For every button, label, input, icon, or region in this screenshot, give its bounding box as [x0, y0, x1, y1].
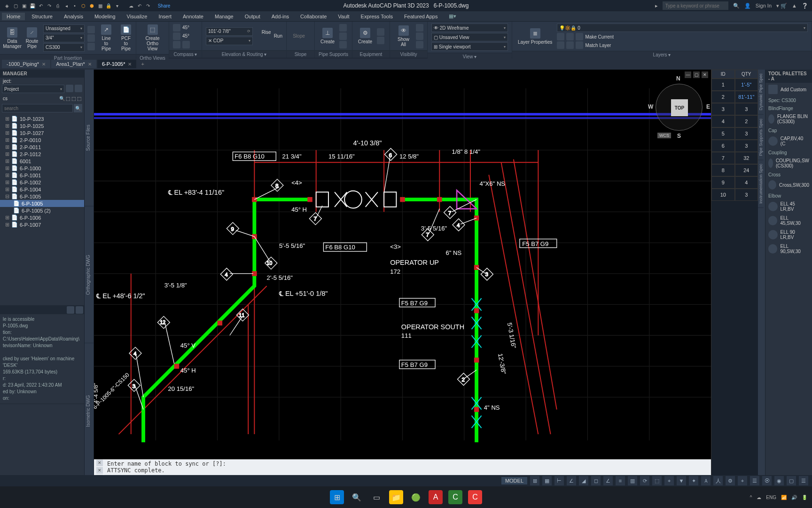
- redo-icon[interactable]: ↷: [46, 2, 53, 9]
- undo2-icon[interactable]: ↶: [136, 2, 143, 9]
- tree-node[interactable]: ⊞📄6001: [0, 158, 84, 165]
- vis-icon1[interactable]: [416, 24, 423, 32]
- tree-node[interactable]: ⊞📄2-P-0010: [0, 136, 84, 143]
- lyr-icon1[interactable]: [557, 33, 564, 40]
- explorer-icon[interactable]: 📁: [389, 490, 403, 504]
- length-field[interactable]: 101'-0 7/8"⟳: [206, 27, 253, 36]
- tree-node[interactable]: ⊞📄6-P-1000: [0, 165, 84, 172]
- redo2-icon[interactable]: ↷: [145, 2, 151, 9]
- osnap-toggle-icon[interactable]: ◻: [591, 476, 601, 485]
- save-icon[interactable]: 💾: [29, 2, 36, 9]
- tab-extra-icon[interactable]: ▦▾: [444, 12, 461, 20]
- table-row[interactable]: 94: [711, 176, 758, 189]
- table-row[interactable]: 732: [711, 152, 758, 164]
- create-ortho-button[interactable]: ⬚Create Ortho View: [140, 24, 165, 52]
- tray-wifi-icon[interactable]: 📶: [781, 495, 787, 500]
- eq-icon2[interactable]: [377, 37, 384, 44]
- lyr-icon3[interactable]: [576, 33, 583, 40]
- hide-icon[interactable]: [76, 306, 83, 314]
- undo-icon[interactable]: ↶: [38, 2, 44, 9]
- new-tab-button[interactable]: +: [137, 61, 148, 67]
- hardware-accel-icon[interactable]: ⦿: [762, 476, 772, 485]
- tab-home[interactable]: Home: [2, 13, 25, 20]
- new-icon[interactable]: ▢: [12, 2, 19, 9]
- ortho-icon[interactable]: ⬡: [80, 2, 86, 9]
- match-layer-button[interactable]: Match Layer: [585, 43, 611, 48]
- annotation-monitor-icon[interactable]: +: [738, 476, 747, 485]
- start-button[interactable]: ⊞: [330, 490, 344, 504]
- visual-style-combo[interactable]: 👁 2D Wireframe▾: [431, 24, 508, 32]
- tray-battery-icon[interactable]: 🔋: [802, 495, 807, 500]
- rise-label[interactable]: Rise: [262, 30, 271, 35]
- toggle2-icon[interactable]: [182, 41, 190, 48]
- lineweight-icon[interactable]: ≡: [616, 476, 625, 485]
- tree-node[interactable]: ⊞📄6-P-1002: [0, 179, 84, 186]
- signin-icon[interactable]: 👤: [744, 3, 751, 9]
- maximize-icon[interactable]: ▢: [693, 71, 700, 78]
- help-icon[interactable]: ❔: [802, 3, 808, 9]
- ortho-toggle-icon[interactable]: ⊢: [554, 476, 564, 485]
- otrack-icon[interactable]: ∠: [603, 476, 613, 485]
- tree-node-child[interactable]: 📄6-P-1005: [0, 200, 84, 207]
- gizmo-icon[interactable]: ✦: [689, 476, 698, 485]
- view-icon[interactable]: [67, 306, 74, 314]
- eq-icon1[interactable]: [377, 28, 384, 36]
- tray-lang[interactable]: ENG: [766, 495, 776, 500]
- isolate-icon[interactable]: ◉: [774, 476, 784, 485]
- lyr-icon4[interactable]: [557, 41, 564, 49]
- viewport-combo[interactable]: ⊞ Single viewport▾: [431, 42, 508, 51]
- tp-item[interactable]: Cross,SW,300: [765, 178, 812, 191]
- tp-item[interactable]: ELL 45,SW,30: [765, 214, 812, 228]
- toggle-icon[interactable]: [173, 41, 180, 48]
- tab-structure[interactable]: Structure: [27, 13, 57, 20]
- print-icon[interactable]: [66, 85, 73, 92]
- viewcube-n[interactable]: N: [676, 75, 680, 82]
- compass-icon2[interactable]: [173, 32, 180, 40]
- tree-node[interactable]: ⊞📄10-P-1025: [0, 122, 84, 129]
- signin-label[interactable]: Sign In: [756, 3, 772, 8]
- table-row[interactable]: 63: [711, 140, 758, 152]
- tree-node[interactable]: ⊞📄2-P-1012: [0, 151, 84, 158]
- tree-node[interactable]: ⊞📄2-P-0011: [0, 143, 84, 151]
- line-to-pipe-button[interactable]: ↗Line to Pipe: [98, 24, 115, 52]
- tab-annotate[interactable]: Annotate: [178, 13, 208, 20]
- model-space-button[interactable]: MODEL: [501, 477, 527, 484]
- pin-icon[interactable]: [87, 26, 95, 33]
- tab-featuredapps[interactable]: Featured Apps: [399, 13, 443, 20]
- pcf-to-pipe-button[interactable]: 📄PCF to Pipe: [117, 24, 134, 52]
- transparency-icon[interactable]: ▥: [628, 476, 637, 485]
- add-custom-button[interactable]: Add Custom: [765, 83, 812, 96]
- cycle-icon[interactable]: ⟳: [640, 476, 649, 485]
- tray-chevron-icon[interactable]: ^: [750, 495, 752, 500]
- pvt-dyn-spec[interactable]: Dynamic Pipe Spec: [758, 70, 764, 115]
- create-equip-button[interactable]: ⚙Create: [356, 27, 374, 45]
- viewcube[interactable]: N S E W TOP WCS: [656, 84, 703, 131]
- cop-combo[interactable]: ✕ COP▾: [206, 37, 253, 45]
- customize-icon[interactable]: ☰: [799, 476, 808, 485]
- tp-item[interactable]: ELL 90 LR,BV: [765, 228, 812, 242]
- table-row[interactable]: 824: [711, 164, 758, 176]
- tp-item[interactable]: COUPLING,SW (CS300): [765, 156, 812, 170]
- lock-icon[interactable]: 🔒: [105, 2, 112, 9]
- tree-node[interactable]: ⊞📄10-P-1027: [0, 129, 84, 136]
- tp-item[interactable]: CAP,BV,40 (C: [765, 134, 812, 148]
- selection-filter-icon[interactable]: ▼: [677, 476, 686, 485]
- supp-icon3[interactable]: [339, 41, 347, 48]
- viewcube-e[interactable]: E: [706, 103, 710, 110]
- annot-icon[interactable]: Ａ: [701, 476, 710, 485]
- help-search-input[interactable]: [663, 1, 728, 10]
- doctab-active[interactable]: 6-P-1005*✕: [97, 60, 137, 68]
- qa-more-icon[interactable]: ▾: [114, 2, 120, 9]
- tree-node[interactable]: ⊞📄6-P-1001: [0, 172, 84, 179]
- tp-item[interactable]: ELL 90,SW,30: [765, 242, 812, 256]
- viewcube-s[interactable]: S: [677, 133, 681, 139]
- chrome-icon[interactable]: 🟢: [409, 490, 423, 504]
- vt-source-files[interactable]: Source Files: [85, 70, 94, 206]
- tree-node[interactable]: ⊟📄6-P-1005: [0, 193, 84, 200]
- minimize-icon[interactable]: —: [685, 71, 691, 78]
- vis-icon2[interactable]: [416, 32, 423, 40]
- arrow-icon[interactable]: ◂: [63, 2, 70, 9]
- tab-modeling[interactable]: Modeling: [90, 13, 120, 20]
- copy-icon[interactable]: [75, 85, 82, 92]
- assignment-combo[interactable]: Unassigned▾: [43, 24, 85, 33]
